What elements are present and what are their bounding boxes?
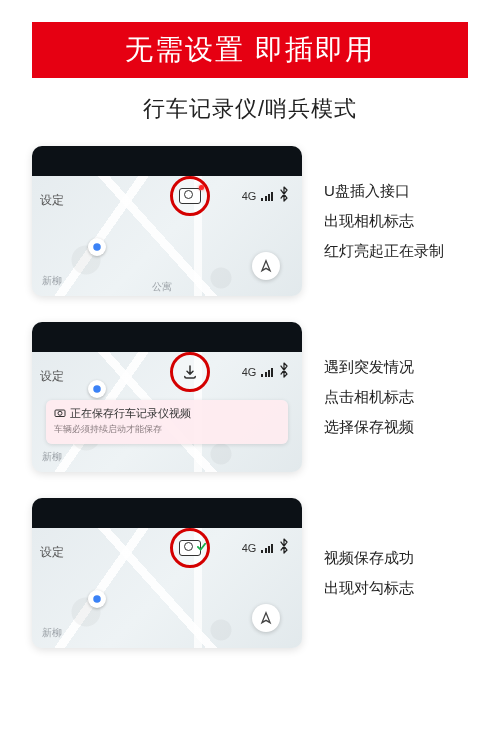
- nav-arrow-icon: [252, 252, 280, 280]
- map-text: 新柳: [42, 626, 62, 640]
- desc-line: 视频保存成功: [324, 547, 414, 569]
- camera-recording-icon: [179, 188, 201, 204]
- network-label: 4G: [242, 190, 257, 202]
- step-row-3: 新柳 设定 4G: [32, 498, 480, 648]
- signal-icon: [261, 543, 273, 553]
- bluetooth-icon: [278, 186, 290, 205]
- map-text: 新柳: [42, 274, 62, 288]
- car-screen-topbar: [32, 146, 302, 176]
- desc-line: 出现对勾标志: [324, 577, 414, 599]
- download-icon: [181, 363, 199, 381]
- nav-arrow-icon: [252, 604, 280, 632]
- desc-line: 点击相机标志: [324, 386, 414, 408]
- desc-line: U盘插入接口: [324, 180, 444, 202]
- settings-label: 设定: [40, 192, 64, 209]
- bluetooth-icon: [278, 538, 290, 557]
- svg-point-4: [93, 595, 101, 603]
- highlight-circle: [170, 176, 210, 216]
- camera-success-icon: [179, 540, 201, 556]
- settings-label: 设定: [40, 368, 64, 385]
- signal-icon: [261, 367, 273, 377]
- car-screen-topbar: [32, 498, 302, 528]
- map-pin-icon: [88, 590, 106, 608]
- screenshot-card-3: 新柳 设定 4G: [32, 498, 302, 648]
- status-bar: 4G: [242, 186, 290, 205]
- step-description-2: 遇到突发情况 点击相机标志 选择保存视频: [324, 356, 414, 437]
- bluetooth-icon: [278, 362, 290, 381]
- status-bar: 4G: [242, 362, 290, 381]
- car-screen-topbar: [32, 322, 302, 352]
- step-row-1: 新柳 公寓 设定 4G U盘: [32, 146, 480, 296]
- desc-line: 红灯亮起正在录制: [324, 240, 444, 262]
- map-pin-icon: [88, 238, 106, 256]
- steps-container: 新柳 公寓 设定 4G U盘: [0, 146, 500, 648]
- step-description-1: U盘插入接口 出现相机标志 红灯亮起正在录制: [324, 180, 444, 261]
- desc-line: 遇到突发情况: [324, 356, 414, 378]
- map-text: 新柳: [42, 450, 62, 464]
- settings-label: 设定: [40, 544, 64, 561]
- step-row-2: 新柳 设定 4G: [32, 322, 480, 472]
- toast-subtitle: 车辆必须持续启动才能保存: [54, 424, 280, 436]
- subtitle: 行车记录仪/哨兵模式: [0, 94, 500, 124]
- network-label: 4G: [242, 366, 257, 378]
- highlight-circle: [170, 352, 210, 392]
- map-text: 公寓: [152, 280, 172, 294]
- check-icon: [196, 538, 207, 556]
- desc-line: 出现相机标志: [324, 210, 444, 232]
- toast-title: 正在保存行车记录仪视频: [70, 406, 191, 421]
- camera-icon: [54, 408, 66, 420]
- highlight-circle: [170, 528, 210, 568]
- status-bar: 4G: [242, 538, 290, 557]
- desc-line: 选择保存视频: [324, 416, 414, 438]
- map-pin-icon: [88, 380, 106, 398]
- svg-point-3: [58, 411, 62, 415]
- signal-icon: [261, 191, 273, 201]
- svg-point-0: [93, 243, 101, 251]
- svg-point-1: [93, 385, 101, 393]
- network-label: 4G: [242, 542, 257, 554]
- step-description-3: 视频保存成功 出现对勾标志: [324, 547, 414, 599]
- save-toast: 正在保存行车记录仪视频 车辆必须持续启动才能保存: [46, 400, 288, 444]
- screenshot-card-2: 新柳 设定 4G: [32, 322, 302, 472]
- screenshot-card-1: 新柳 公寓 设定 4G: [32, 146, 302, 296]
- headline-banner: 无需设置 即插即用: [32, 22, 468, 78]
